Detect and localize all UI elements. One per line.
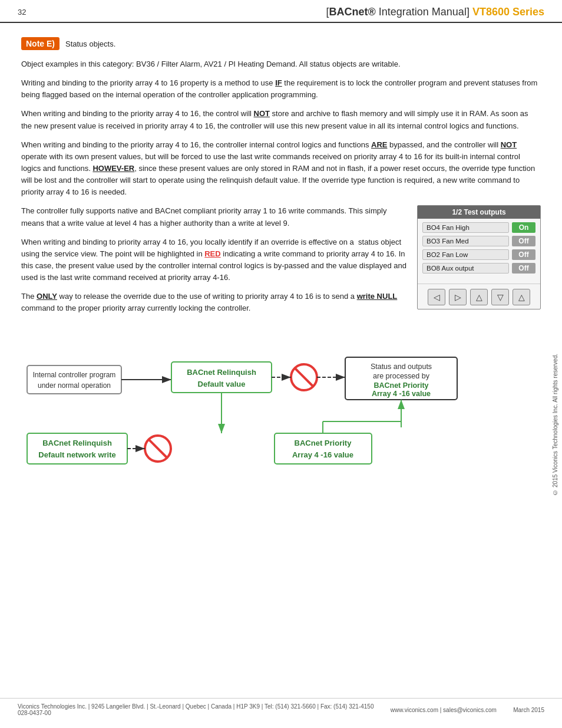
nav-up2-button[interactable]: △	[513, 289, 530, 305]
para-supports: The controller fully supports native and…	[21, 205, 406, 229]
row-label-bo8: BO8 Aux output	[422, 263, 509, 274]
note-label: Note E)	[21, 37, 59, 50]
svg-text:Internal controller program: Internal controller program	[33, 371, 116, 379]
two-col-text: The controller fully supports native and…	[21, 205, 406, 321]
footer-center: www.viconics.com | sales@viconics.com	[391, 707, 497, 713]
footer-docnum: 028-0437-00	[18, 710, 374, 716]
bacnet-title: BACnet®	[329, 6, 376, 18]
row-label-bo4: BO4 Fan High	[422, 222, 509, 233]
test-panel: 1/2 Test outputs BO4 Fan High On BO3 Fan…	[417, 205, 541, 309]
row-value-bo4: On	[512, 222, 535, 233]
diagram-svg: Internal controller program under normal…	[21, 336, 528, 489]
main-content: Note E) Status objects. Object examples …	[0, 23, 562, 489]
footer-left: Viconics Technologies Inc. | 9245 Langel…	[18, 703, 374, 716]
page: 32 [BACnet® Integration Manual] VT8600 S…	[0, 0, 562, 728]
svg-text:Array 4 -16 value: Array 4 -16 value	[372, 390, 431, 398]
row-value-bo3: Off	[512, 236, 535, 246]
page-header: 32 [BACnet® Integration Manual] VT8600 S…	[0, 0, 562, 23]
paragraph-1: Object examples in this category: BV36 /…	[21, 58, 541, 70]
footer-right: March 2015	[513, 707, 544, 713]
footer-website: www.viconics.com | sales@viconics.com	[391, 707, 497, 713]
nav-down-button[interactable]: ▽	[491, 289, 509, 305]
test-panel-title: 1/2 Test outputs	[418, 206, 540, 219]
svg-text:BACnet Priority: BACnet Priority	[295, 439, 352, 447]
integration-title: Integration Manual	[376, 6, 467, 18]
svg-text:Default network write: Default network write	[38, 450, 115, 459]
svg-text:Default value: Default value	[198, 380, 246, 388]
svg-text:BACnet Priority: BACnet Priority	[373, 381, 428, 390]
vertical-copyright: © 2015 Viconics Technologies Inc. All ri…	[552, 354, 558, 496]
footer-company: Viconics Technologies Inc. | 9245 Langel…	[18, 703, 374, 710]
paragraph-2: Writing and binding to the priority arra…	[21, 77, 541, 101]
svg-text:Array 4 -16 value: Array 4 -16 value	[292, 450, 353, 459]
table-row: BO2 Fan Low Off	[422, 249, 535, 260]
note-text: Status objects.	[65, 39, 115, 48]
row-value-bo2: Off	[512, 249, 535, 260]
paragraph-4: When writing and binding to the priority…	[21, 139, 541, 199]
table-row: BO3 Fan Med Off	[422, 236, 535, 246]
svg-rect-23	[275, 433, 372, 464]
table-row: BO8 Aux output Off	[422, 263, 535, 274]
para-override: When writing and binding to priority arr…	[21, 236, 406, 284]
table-row: BO4 Fan High On	[422, 222, 535, 233]
row-label-bo2: BO2 Fan Low	[422, 249, 509, 260]
document-title: [BACnet® Integration Manual] VT8600 Seri…	[326, 6, 545, 18]
svg-text:under normal operation: under normal operation	[38, 381, 111, 390]
page-number: 32	[18, 8, 26, 17]
svg-text:BACnet Relinquish: BACnet Relinquish	[187, 368, 256, 377]
svg-text:BACnet Relinquish: BACnet Relinquish	[42, 439, 112, 447]
page-footer: Viconics Technologies Inc. | 9245 Langel…	[0, 698, 562, 716]
paragraph-3: When writing and binding to the priority…	[21, 108, 541, 131]
two-col-section: The controller fully supports native and…	[21, 205, 541, 321]
test-outputs-panel: 1/2 Test outputs BO4 Fan High On BO3 Fan…	[417, 205, 541, 309]
nav-up-button[interactable]: △	[470, 289, 488, 305]
para-only: The ONLY way to release the override due…	[21, 291, 406, 314]
diagram-section: Internal controller program under normal…	[21, 336, 541, 489]
test-panel-rows: BO4 Fan High On BO3 Fan Med Off BO2 Fan …	[418, 219, 540, 280]
svg-rect-17	[27, 433, 127, 464]
note-e-box: Note E) Status objects.	[21, 37, 541, 50]
row-label-bo3: BO3 Fan Med	[422, 236, 509, 246]
row-value-bo8: Off	[512, 263, 535, 274]
nav-forward-button[interactable]: ▷	[449, 289, 467, 305]
vt-series-title: VT8600 Series	[470, 6, 544, 18]
panel-nav-buttons: ◁ ▷ △ ▽ △	[418, 284, 540, 309]
nav-back-button[interactable]: ◁	[428, 289, 445, 305]
svg-text:are processed by: are processed by	[373, 372, 430, 380]
svg-text:Status and outputs: Status and outputs	[371, 363, 432, 371]
